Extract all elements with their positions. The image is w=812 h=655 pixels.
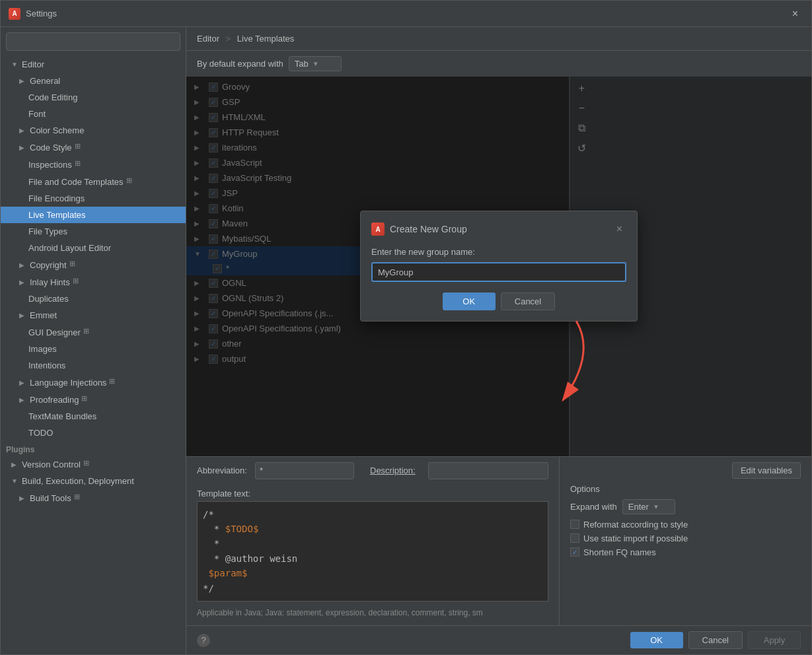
font-label: Font: [28, 109, 46, 119]
sidebar-item-proofreading[interactable]: Proofreading ⊞: [1, 391, 186, 408]
expand-with-value: Enter: [628, 502, 649, 512]
create-group-dialog: A Create New Group × Enter the new group…: [360, 211, 638, 322]
abbreviation-input[interactable]: [255, 462, 354, 479]
main-content: Editor General Code Editing Font Color S…: [1, 27, 811, 654]
template-text-section: Template text: /* * $TODO$ * * @author w…: [197, 489, 548, 602]
option-shorten-fq: Shorten FQ names: [570, 547, 801, 557]
file-types-label: File Types: [28, 226, 67, 236]
plugins-section: Plugins: [1, 441, 186, 456]
lang-injections-icon: ⊞: [109, 377, 120, 388]
inlay-hints-icon: ⊞: [73, 277, 83, 287]
cancel-button[interactable]: Cancel: [688, 631, 743, 649]
sidebar-item-copyright[interactable]: Copyright ⊞: [1, 256, 186, 273]
proofreading-icon: ⊞: [81, 394, 92, 405]
version-control-label: Version Control: [22, 460, 81, 469]
edit-variables-button[interactable]: Edit variables: [732, 462, 801, 479]
sidebar-item-build-tools[interactable]: Build Tools ⊞: [1, 489, 186, 506]
shorten-fq-checkbox[interactable]: [570, 547, 579, 557]
sidebar-item-android-layout-editor[interactable]: Android Layout Editor: [1, 240, 186, 256]
duplicates-label: Duplicates: [28, 294, 69, 304]
sidebar-item-editor[interactable]: Editor: [1, 56, 186, 73]
sidebar-item-inlay-hints[interactable]: Inlay Hints ⊞: [1, 273, 186, 291]
sidebar-item-live-templates[interactable]: Live Templates: [1, 207, 186, 223]
template-text-area[interactable]: /* * $TODO$ * * @author weisn $param$ */: [197, 501, 548, 602]
sidebar-item-file-code-templates[interactable]: File and Code Templates ⊞: [1, 173, 186, 190]
dialog-buttons: OK Cancel: [371, 293, 626, 310]
reformat-checkbox[interactable]: [570, 520, 579, 529]
color-scheme-label: Color Scheme: [30, 125, 84, 135]
vc-icon: ⊞: [83, 459, 94, 469]
dialog-ok-button[interactable]: OK: [443, 293, 496, 310]
inlay-hints-arrow: [19, 279, 28, 286]
expand-value: Tab: [295, 59, 309, 69]
search-input[interactable]: [12, 37, 174, 47]
description-label: Description:: [370, 465, 423, 475]
search-box[interactable]: [6, 32, 180, 51]
sidebar-item-inspections[interactable]: Inspections ⊞: [1, 156, 186, 173]
sidebar-item-version-control[interactable]: Version Control ⊞: [1, 456, 186, 473]
sidebar-item-build-exec[interactable]: Build, Execution, Deployment: [1, 473, 186, 489]
copyright-label: Copyright: [30, 260, 67, 270]
dialog-overlay: A Create New Group × Enter the new group…: [186, 77, 811, 456]
language-injections-label: Language Injections: [30, 378, 106, 388]
editor-arrow: [11, 61, 20, 68]
apply-button[interactable]: Apply: [748, 631, 801, 649]
sidebar-item-textmate[interactable]: TextMate Bundles: [1, 408, 186, 425]
sidebar-item-code-editing[interactable]: Code Editing: [1, 89, 186, 106]
sidebar-item-color-scheme[interactable]: Color Scheme: [1, 122, 186, 139]
reformat-label: Reformat according to style: [583, 520, 688, 530]
sidebar-item-emmet[interactable]: Emmet: [1, 307, 186, 324]
app-icon: A: [9, 8, 20, 20]
inlay-hints-label: Inlay Hints: [30, 277, 70, 287]
description-input[interactable]: [428, 462, 548, 479]
vc-arrow: [11, 461, 20, 468]
window-title: Settings: [26, 9, 787, 18]
sidebar-item-images[interactable]: Images: [1, 341, 186, 357]
proofreading-arrow: [19, 396, 28, 403]
todo-label: TODO: [28, 428, 53, 438]
ok-button[interactable]: OK: [630, 632, 683, 648]
sidebar-item-file-types[interactable]: File Types: [1, 223, 186, 240]
dialog-close-button[interactable]: ×: [612, 222, 626, 236]
bottom-right: Edit variables Options Expand with Enter…: [559, 457, 811, 625]
help-button[interactable]: ?: [197, 634, 210, 647]
red-arrow: [510, 314, 616, 407]
gui-designer-icon: ⊞: [83, 327, 94, 337]
inspections-label: Inspections: [28, 160, 72, 170]
window-close-button[interactable]: ×: [787, 5, 803, 22]
code-editing-label: Code Editing: [28, 92, 77, 102]
inspections-icon: ⊞: [75, 159, 85, 170]
copyright-icon: ⊞: [69, 259, 80, 270]
sidebar-item-file-encodings[interactable]: File Encodings: [1, 190, 186, 207]
sidebar-item-todo[interactable]: TODO: [1, 425, 186, 441]
sidebar-item-language-injections[interactable]: Language Injections ⊞: [1, 374, 186, 391]
applicable-text: Applicable in Java; Java: statement, exp…: [197, 605, 548, 620]
options-title: Options: [570, 484, 801, 494]
file-code-templates-label: File and Code Templates: [28, 177, 124, 187]
dialog-titlebar: A Create New Group ×: [371, 222, 626, 236]
code-style-icon: ⊞: [75, 142, 85, 153]
template-code: /* * $TODO$ * * @author weisn $param$ */: [203, 507, 542, 596]
group-name-input[interactable]: [371, 262, 626, 282]
breadcrumb-sep: >: [226, 34, 231, 44]
expand-label: By default expand with: [197, 59, 283, 69]
static-import-checkbox[interactable]: [570, 534, 579, 543]
abbreviation-row: Abbreviation: Description:: [197, 462, 548, 479]
expand-dropdown[interactable]: Tab ▼: [289, 56, 342, 71]
main-panel: Editor > Live Templates By default expan…: [186, 27, 811, 654]
sidebar-item-intentions[interactable]: Intentions: [1, 357, 186, 374]
expand-with-dropdown[interactable]: Enter ▼: [622, 499, 675, 514]
titlebar: A Settings ×: [1, 1, 811, 27]
sidebar-item-duplicates[interactable]: Duplicates: [1, 291, 186, 307]
shorten-fq-label: Shorten FQ names: [583, 547, 656, 557]
dialog-cancel-button[interactable]: Cancel: [501, 293, 555, 310]
sidebar-item-code-style[interactable]: Code Style ⊞: [1, 139, 186, 156]
color-scheme-arrow: [19, 127, 28, 134]
emmet-arrow: [19, 312, 28, 319]
breadcrumb-parent: Editor: [197, 34, 219, 44]
sidebar-item-gui-designer[interactable]: GUI Designer ⊞: [1, 324, 186, 341]
sidebar-item-font[interactable]: Font: [1, 106, 186, 122]
option-static-import: Use static import if possible: [570, 534, 801, 543]
sidebar-item-general[interactable]: General: [1, 73, 186, 89]
settings-window: A Settings × Editor General Code Editing: [0, 0, 812, 655]
